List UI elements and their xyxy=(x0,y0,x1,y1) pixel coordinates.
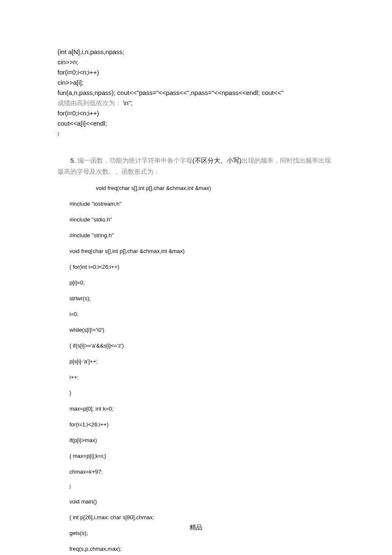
code-text: \n"; xyxy=(121,99,133,106)
code-line: while(s[i]!='\0') xyxy=(69,327,334,333)
code-line: p[i]=0; xyxy=(69,279,334,286)
code-line: chmax=k+97; xyxy=(69,469,334,475)
problem-text: 。函数形式为： xyxy=(115,168,160,175)
code-line: 成绩由高到低依次为： \n"; xyxy=(58,98,334,108)
code-line: #include "string.h" xyxy=(69,232,334,239)
problem-paren: (不区分大、小写) xyxy=(193,157,242,164)
code-block-2: #include "iostream.h" #include "stdio.h"… xyxy=(69,201,334,555)
code-line: void freq(char s[],int p[],char &chmax,i… xyxy=(69,248,334,254)
code-text: fun(a,n,pass,npass); cout<<"pass="<<pass… xyxy=(58,89,283,96)
page-footer: 精品 xyxy=(0,523,392,532)
problem-number: 5. xyxy=(70,157,78,164)
problem-text: 编一函数，功能为统计字符串中各个字母 xyxy=(78,157,193,164)
code-line: for(i=0;i<n;i++) xyxy=(58,108,334,118)
code-line: { if(s[i]>='a'&&s[i]<='z') xyxy=(69,342,334,349)
code-line: for(i=1;i<26;i++) xyxy=(69,421,334,428)
code-line: } xyxy=(69,390,334,396)
code-line: { int p[26],i,max; char s[80],chmax; xyxy=(69,514,334,520)
problem-description: 5. 编一函数，功能为统计字符串中各个字母(不区分大、小写)出现的频率，同时找出… xyxy=(58,155,334,177)
document-page: {int a[N],i,n,pass,npass; cin>>n; for(i=… xyxy=(0,0,392,555)
code-line: { max=p[i];k=i;} xyxy=(69,453,334,459)
code-line: i++; xyxy=(69,374,334,380)
code-line: cin>>n; xyxy=(58,57,334,67)
code-line: {int a[N],i,n,pass,npass; xyxy=(58,47,334,57)
function-signature: void freq(char s[],int p[],char &chmax,i… xyxy=(96,185,334,191)
code-line: fun(a,n,pass,npass); cout<<"pass="<<pass… xyxy=(58,88,334,98)
code-line: } xyxy=(69,484,334,489)
code-line: if(p[i]>max) xyxy=(69,437,334,443)
code-line: max=p[0]; int k=0; xyxy=(69,405,334,412)
code-line: { for(int i=0;i<26;i++) xyxy=(69,264,334,270)
code-line: freq(s,p,chmax,max); xyxy=(69,546,334,552)
code-line: cout<<a[i]<<endl; xyxy=(58,118,334,129)
code-line: #include "stdio.h" xyxy=(69,216,334,223)
code-line: strlwr(s); xyxy=(69,295,334,302)
code-line: p[s[i]-'a']++; xyxy=(69,358,334,365)
code-line: void main() xyxy=(69,498,334,505)
code-block-1: {int a[N],i,n,pass,npass; cin>>n; for(i=… xyxy=(58,47,334,139)
code-line: } xyxy=(58,129,334,139)
code-line: #include "iostream.h" xyxy=(69,201,334,207)
code-line: for(i=0;i<n;i++) xyxy=(58,67,334,78)
code-line: cin>>a[i]; xyxy=(58,78,334,88)
code-line: i=0; xyxy=(69,311,334,317)
code-text-cn: 成绩由高到低依次为： xyxy=(58,100,121,106)
